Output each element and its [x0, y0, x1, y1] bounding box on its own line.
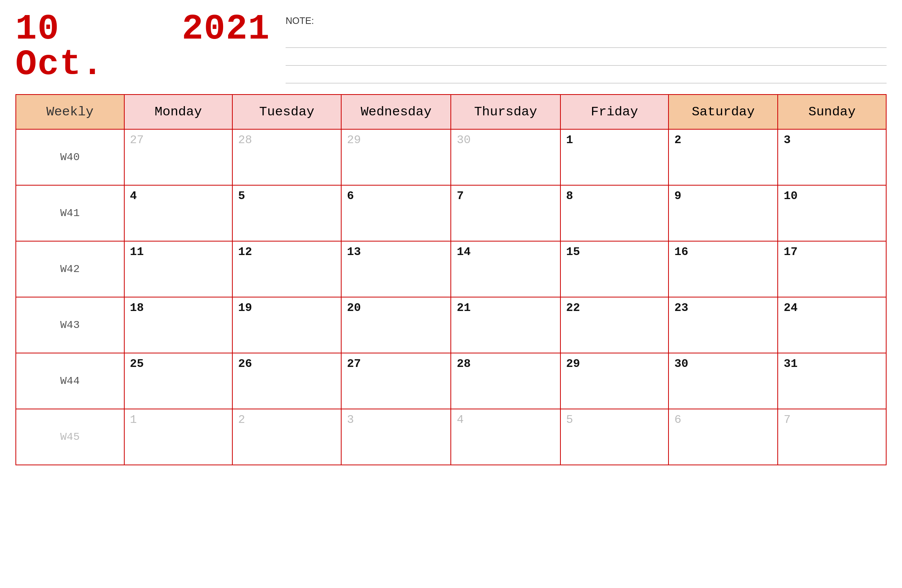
day-cell-w45-d4: 5 [560, 409, 669, 465]
week-label-w45: W45 [16, 409, 124, 465]
calendar-row: W4318192021222324 [16, 297, 886, 353]
day-cell-w43-d4: 22 [560, 297, 669, 353]
day-cell-w43-d0: 18 [124, 297, 233, 353]
week-label-w43: W43 [16, 297, 124, 353]
calendar-row: W451234567 [16, 409, 886, 465]
day-cell-w41-d6: 10 [778, 185, 886, 241]
day-cell-w40-d0: 27 [124, 129, 233, 185]
calendar-table: Weekly Monday Tuesday Wednesday Thursday… [15, 94, 887, 465]
day-cell-w40-d4: 1 [560, 129, 669, 185]
day-cell-w42-d4: 15 [560, 241, 669, 297]
day-cell-w43-d1: 19 [232, 297, 341, 353]
day-cell-w44-d1: 26 [232, 353, 341, 409]
col-header-wednesday: Wednesday [341, 95, 451, 129]
header-year: 2021 [182, 12, 270, 47]
page-header: 10 Oct. 2021 NOTE: [15, 12, 887, 86]
note-line-2 [286, 51, 887, 66]
day-cell-w44-d5: 30 [668, 353, 778, 409]
calendar-header-row: Weekly Monday Tuesday Wednesday Thursday… [16, 95, 886, 129]
day-cell-w41-d0: 4 [124, 185, 233, 241]
day-cell-w42-d0: 11 [124, 241, 233, 297]
day-cell-w43-d6: 24 [778, 297, 886, 353]
calendar-row: W4145678910 [16, 185, 886, 241]
day-cell-w45-d0: 1 [124, 409, 233, 465]
day-cell-w45-d2: 3 [341, 409, 451, 465]
day-cell-w45-d5: 6 [668, 409, 778, 465]
day-cell-w41-d1: 5 [232, 185, 341, 241]
day-cell-w44-d4: 29 [560, 353, 669, 409]
day-cell-w40-d2: 29 [341, 129, 451, 185]
calendar-row: W4211121314151617 [16, 241, 886, 297]
day-cell-w43-d2: 20 [341, 297, 451, 353]
week-label-w42: W42 [16, 241, 124, 297]
day-cell-w41-d3: 7 [451, 185, 560, 241]
day-cell-w42-d2: 13 [341, 241, 451, 297]
day-cell-w45-d1: 2 [232, 409, 341, 465]
day-cell-w42-d5: 16 [668, 241, 778, 297]
week-label-w44: W44 [16, 353, 124, 409]
day-cell-w40-d1: 28 [232, 129, 341, 185]
note-line-3 [286, 69, 887, 83]
day-cell-w40-d6: 3 [778, 129, 886, 185]
week-label-w40: W40 [16, 129, 124, 185]
day-cell-w41-d5: 9 [668, 185, 778, 241]
day-cell-w42-d6: 17 [778, 241, 886, 297]
col-header-thursday: Thursday [451, 95, 560, 129]
week-label-w41: W41 [16, 185, 124, 241]
day-cell-w44-d6: 31 [778, 353, 886, 409]
day-cell-w45-d6: 7 [778, 409, 886, 465]
note-line-1 [286, 33, 887, 48]
col-header-weekly: Weekly [16, 95, 124, 129]
col-header-sunday: Sunday [778, 95, 886, 129]
day-cell-w41-d2: 6 [341, 185, 451, 241]
day-cell-w44-d3: 28 [451, 353, 560, 409]
day-cell-w45-d3: 4 [451, 409, 560, 465]
note-label: NOTE: [286, 15, 887, 26]
calendar-row: W4027282930123 [16, 129, 886, 185]
col-header-saturday: Saturday [668, 95, 778, 129]
day-cell-w40-d3: 30 [451, 129, 560, 185]
day-cell-w43-d5: 23 [668, 297, 778, 353]
day-cell-w40-d5: 2 [668, 129, 778, 185]
col-header-tuesday: Tuesday [232, 95, 341, 129]
day-cell-w44-d0: 25 [124, 353, 233, 409]
col-header-monday: Monday [124, 95, 233, 129]
col-header-friday: Friday [560, 95, 669, 129]
day-cell-w43-d3: 21 [451, 297, 560, 353]
header-left: 10 Oct. 2021 [15, 12, 270, 83]
day-cell-w44-d2: 27 [341, 353, 451, 409]
note-section: NOTE: [270, 12, 887, 86]
day-cell-w42-d1: 12 [232, 241, 341, 297]
calendar-row: W4425262728293031 [16, 353, 886, 409]
day-cell-w42-d3: 14 [451, 241, 560, 297]
day-cell-w41-d4: 8 [560, 185, 669, 241]
header-date: 10 Oct. [15, 12, 159, 83]
